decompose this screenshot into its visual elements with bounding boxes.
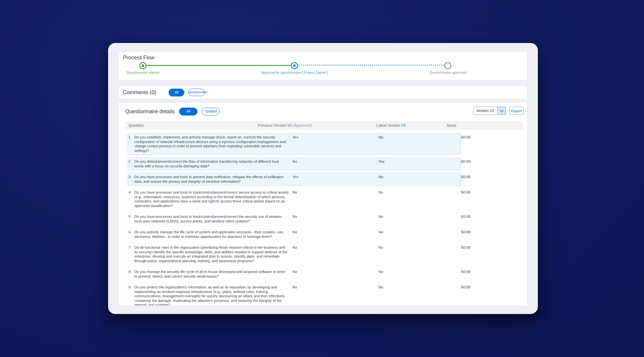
comments-filter-questionnaire[interactable]: Questionnaire <box>188 89 205 96</box>
table-row[interactable]: 7Do all functional roles in the organiza… <box>125 244 522 265</box>
question-number: 7 <box>128 245 134 263</box>
column-header-previous-version: Previous Version V1 (Approved) <box>258 122 376 129</box>
details-filter-all[interactable]: All <box>179 108 197 116</box>
question-text: Do all functional roles in the organizat… <box>134 245 292 263</box>
question-number: 1 <box>128 135 134 153</box>
question-number: 2 <box>128 159 134 168</box>
version-select[interactable]: Version V2 <box>473 107 506 115</box>
latest-answer: No <box>379 175 461 184</box>
question-number: 9 <box>128 285 134 305</box>
previous-answer: No <box>292 190 379 208</box>
details-filter-updated[interactable]: Updated <box>202 108 219 116</box>
column-header-score: Score <box>447 122 522 129</box>
step-label-approval-for-questionnaire: Approval for questionnaire [ Project Own… <box>245 71 344 74</box>
step-node-questionnaire-approved[interactable] <box>444 62 451 69</box>
latest-answer: No <box>379 190 461 208</box>
step-node-approval-for-questionnaire[interactable] <box>291 62 298 69</box>
latest-answer: No <box>379 230 461 239</box>
latest-answer: No <box>379 215 461 223</box>
table-row[interactable]: 2Do you detect/prevent/correct the flow … <box>125 158 522 170</box>
table-row[interactable]: 4Do you have processes and tools to trac… <box>125 189 522 210</box>
question-number: 3 <box>128 175 134 184</box>
questionnaire-details-title: Questionnaire details <box>125 109 174 115</box>
chevron-down-icon[interactable] <box>497 107 506 115</box>
previous-answer: Yes <box>292 135 379 153</box>
question-text: Do you actively manage the life cycle of… <box>134 230 292 239</box>
latest-answer: No <box>379 245 461 263</box>
connector-pending-line <box>299 65 444 66</box>
table-row[interactable]: 9Do you protect the organization's infor… <box>125 284 522 305</box>
table-row[interactable]: 5Do you have processes and tools to trac… <box>125 213 522 225</box>
latest-version-link[interactable]: V2 <box>401 123 406 127</box>
questionnaire-details-section: Questionnaire details All Updated Versio… <box>119 103 527 305</box>
previous-answer: No <box>292 159 379 168</box>
score-value: 50.00 <box>461 135 522 153</box>
app-card: Process Flow Questionnaire started Appro… <box>108 43 538 314</box>
latest-answer: No <box>379 135 461 153</box>
score-value: 00.00 <box>461 159 522 168</box>
previous-answer: No <box>292 285 379 305</box>
previous-answer: No <box>292 230 379 239</box>
latest-answer: Yes <box>379 159 461 168</box>
question-text: Do you have processes and tools to track… <box>134 190 292 208</box>
question-text: Do you detect/prevent/correct the flow o… <box>134 159 292 168</box>
question-number: 4 <box>128 190 134 208</box>
step-dot-icon <box>142 64 144 67</box>
question-text: Do you have processes and tools to track… <box>134 215 292 223</box>
score-value: 50.00 <box>461 215 522 223</box>
previous-answer: No <box>292 270 379 279</box>
step-label-questionnaire-approved: Questionnaire approved <box>399 71 497 74</box>
question-text: Do you have processes and tools to preve… <box>134 175 292 184</box>
table-row[interactable]: 6Do you actively manage the life cycle o… <box>125 228 522 241</box>
comments-filter-all[interactable]: All <box>169 89 184 96</box>
score-value: 50.00 <box>461 245 522 263</box>
step-dot-icon <box>293 64 296 67</box>
question-number: 6 <box>128 230 134 239</box>
score-value: 50.00 <box>461 230 522 239</box>
previous-answer: Yes <box>292 175 379 184</box>
table-row[interactable]: 3Do you have processes and tools to prev… <box>125 173 522 185</box>
process-flow-title: Process Flow <box>123 55 154 61</box>
connector-done-line <box>147 65 290 66</box>
export-button[interactable]: Export <box>509 107 524 115</box>
column-header-latest-version: Latest Version V2 <box>376 122 447 129</box>
question-text: Do you establish, implement, and activel… <box>134 135 292 153</box>
score-value: 50.00 <box>461 270 522 279</box>
table-header: Question Previous Version V1 (Approved) … <box>125 122 522 129</box>
step-node-questionnaire-started[interactable] <box>139 62 147 69</box>
version-select-value: Version V2 <box>473 107 497 115</box>
column-header-question: Question <box>128 122 258 129</box>
process-flow-section: Process Flow Questionnaire started Appro… <box>119 52 527 80</box>
comments-section: Comments (0) All Questionnaire <box>119 86 527 99</box>
latest-answer: No <box>379 285 461 305</box>
previous-answer: No <box>292 215 379 223</box>
table-row[interactable]: 1Do you establish, implement, and active… <box>125 134 522 155</box>
latest-answer: No <box>379 270 461 279</box>
question-text: Do you manage the security life cycle of… <box>134 270 292 279</box>
step-label-questionnaire-started: Questionnaire started <box>108 71 192 74</box>
previous-answer: No <box>292 245 379 263</box>
table-row[interactable]: 8Do you manage the security life cycle o… <box>125 268 522 280</box>
comments-title: Comments (0) <box>123 90 156 95</box>
table-body: 1Do you establish, implement, and active… <box>125 129 522 305</box>
question-number: 5 <box>128 215 134 223</box>
score-value: 50.00 <box>461 190 522 208</box>
previous-version-link[interactable]: V1 <box>288 123 292 127</box>
score-value: 50.00 <box>461 175 522 184</box>
score-value: 50.00 <box>461 285 522 305</box>
question-number: 8 <box>128 270 134 279</box>
question-text: Do you protect the organization's inform… <box>134 285 292 305</box>
